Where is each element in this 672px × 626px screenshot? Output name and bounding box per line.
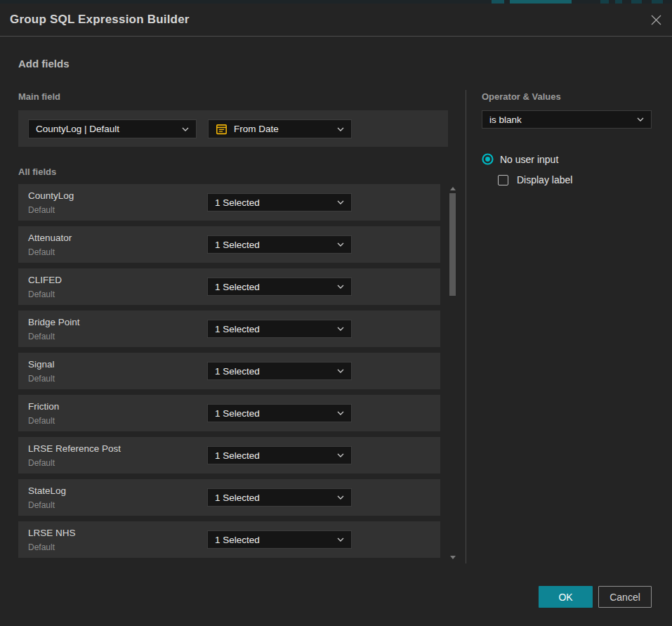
field-selected-dropdown[interactable]: 1 Selected (207, 446, 352, 464)
dialog-title: Group SQL Expression Builder (10, 13, 190, 27)
field-name: Signal (28, 359, 55, 370)
cancel-button[interactable]: Cancel (598, 586, 652, 608)
field-selected-count: 1 Selected (215, 197, 331, 208)
chevron-down-icon (337, 327, 344, 331)
field-selected-dropdown[interactable]: 1 Selected (207, 320, 352, 338)
main-field-select-value: From Date (234, 124, 331, 134)
main-field-select[interactable]: From Date (208, 119, 352, 138)
chevron-down-icon (637, 117, 644, 122)
field-sublabel: Default (28, 542, 55, 552)
operator-select[interactable]: is blank (482, 110, 652, 129)
chevron-down-icon (337, 242, 344, 247)
main-layer-select[interactable]: CountyLog | Default (28, 119, 197, 138)
field-selected-count: 1 Selected (215, 366, 331, 377)
operator-values-label: Operator & Values (482, 91, 561, 102)
close-icon (650, 14, 662, 26)
checkbox-unchecked-icon (498, 175, 508, 185)
field-selected-dropdown[interactable]: 1 Selected (207, 235, 352, 254)
no-user-input-label: No user input (500, 154, 558, 165)
field-selected-dropdown[interactable]: 1 Selected (207, 278, 352, 296)
field-sublabel: Default (28, 416, 55, 426)
field-selected-dropdown[interactable]: 1 Selected (207, 404, 352, 422)
chevron-down-icon (337, 127, 344, 131)
calendar-date-icon (216, 123, 228, 135)
scrollbar-thumb[interactable] (449, 193, 456, 296)
dialog-titlebar: Group SQL Expression Builder (0, 4, 672, 37)
field-name: LRSE NHS (28, 528, 76, 538)
field-selected-count: 1 Selected (215, 408, 331, 419)
field-row: Friction Default 1 Selected (18, 395, 440, 431)
chevron-down-icon (337, 453, 344, 457)
field-name: Friction (28, 401, 59, 412)
field-row: Signal Default 1 Selected (18, 353, 440, 389)
all-fields-label: All fields (18, 167, 56, 177)
display-label-checkbox[interactable]: Display label (498, 174, 572, 185)
field-selected-dropdown[interactable]: 1 Selected (207, 193, 352, 211)
ok-button[interactable]: OK (539, 586, 593, 608)
field-selected-count: 1 Selected (215, 450, 331, 461)
no-user-input-radio[interactable]: No user input (482, 153, 558, 165)
chevron-down-icon (337, 200, 344, 204)
fields-list-scrollbar[interactable] (448, 184, 458, 562)
field-row: StateLog Default 1 Selected (18, 479, 440, 516)
field-sublabel: Default (28, 247, 55, 257)
field-row: LRSE NHS Default 1 Selected (18, 521, 440, 558)
field-name: StateLog (28, 485, 66, 496)
field-row: Bridge Point Default 1 Selected (18, 311, 440, 347)
scroll-down-arrow-icon[interactable] (450, 556, 456, 559)
field-selected-dropdown[interactable]: 1 Selected (207, 362, 352, 380)
field-selected-dropdown[interactable]: 1 Selected (207, 488, 352, 507)
field-row: CLIFED Default 1 Selected (18, 268, 440, 305)
all-fields-list: CountyLog Default 1 Selected Attenuator … (18, 184, 440, 558)
display-label-text: Display label (517, 174, 572, 185)
close-button[interactable] (648, 12, 664, 27)
field-name: Attenuator (28, 233, 72, 243)
field-row: CountyLog Default 1 Selected (18, 184, 440, 221)
chevron-down-icon (182, 127, 189, 131)
field-selected-dropdown[interactable]: 1 Selected (207, 530, 352, 549)
field-sublabel: Default (28, 289, 55, 299)
radio-selected-icon (482, 153, 494, 165)
field-row: LRSE Reference Post Default 1 Selected (18, 437, 440, 474)
field-sublabel: Default (28, 332, 55, 341)
main-field-label: Main field (18, 91, 60, 102)
panel-divider (466, 90, 466, 563)
chevron-down-icon (337, 411, 344, 415)
field-sublabel: Default (28, 374, 55, 384)
chevron-down-icon (337, 495, 344, 500)
field-selected-count: 1 Selected (215, 535, 331, 545)
field-sublabel: Default (28, 205, 55, 215)
field-name: Bridge Point (28, 317, 80, 327)
main-layer-select-value: CountyLog | Default (36, 124, 176, 134)
field-row: Attenuator Default 1 Selected (18, 226, 440, 263)
field-selected-count: 1 Selected (215, 240, 331, 250)
add-fields-heading: Add fields (18, 58, 70, 70)
operator-select-value: is blank (489, 115, 631, 125)
field-selected-count: 1 Selected (215, 282, 331, 292)
field-name: CLIFED (28, 275, 62, 285)
field-selected-count: 1 Selected (215, 493, 331, 503)
chevron-down-icon (337, 369, 344, 373)
field-name: LRSE Reference Post (28, 443, 121, 454)
chevron-down-icon (337, 537, 344, 542)
scroll-up-arrow-icon[interactable] (450, 187, 456, 190)
field-sublabel: Default (28, 500, 55, 510)
field-selected-count: 1 Selected (215, 324, 331, 334)
field-sublabel: Default (28, 458, 55, 468)
field-name: CountyLog (28, 190, 74, 201)
chevron-down-icon (337, 285, 344, 289)
